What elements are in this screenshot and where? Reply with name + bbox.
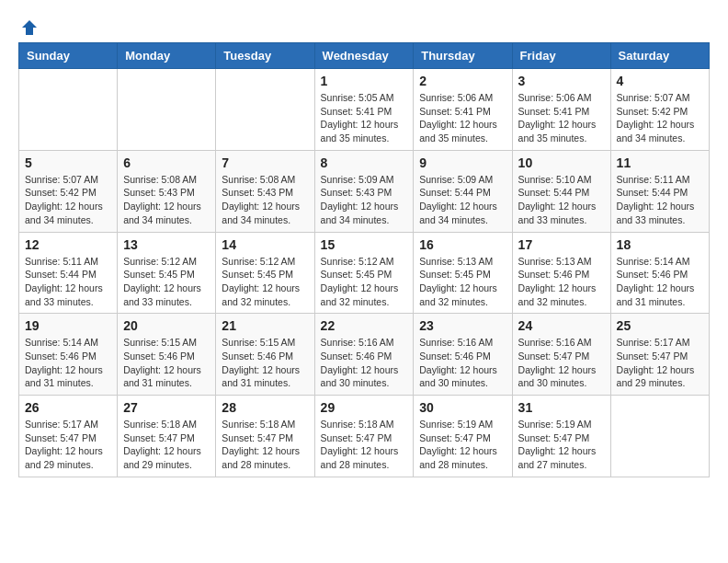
day-number: 16 [419,237,506,252]
day-info: Sunrise: 5:18 AM Sunset: 5:47 PM Dayligh… [321,418,408,472]
calendar-cell: 29Sunrise: 5:18 AM Sunset: 5:47 PM Dayli… [314,396,414,477]
weekday-header-row: SundayMondayTuesdayWednesdayThursdayFrid… [19,43,710,69]
day-info: Sunrise: 5:05 AM Sunset: 5:41 PM Dayligh… [321,91,408,145]
day-info: Sunrise: 5:08 AM Sunset: 5:43 PM Dayligh… [123,173,210,227]
day-number: 23 [419,318,506,333]
day-info: Sunrise: 5:19 AM Sunset: 5:47 PM Dayligh… [419,418,506,472]
weekday-header-monday: Monday [118,43,216,69]
day-number: 8 [321,155,408,170]
day-number: 14 [222,237,308,252]
day-number: 18 [617,237,703,252]
logo [18,18,39,33]
day-number: 2 [419,74,506,88]
calendar-cell: 26Sunrise: 5:17 AM Sunset: 5:47 PM Dayli… [19,396,118,477]
day-info: Sunrise: 5:12 AM Sunset: 5:45 PM Dayligh… [222,255,308,309]
day-number: 6 [123,155,210,170]
header [18,18,710,33]
day-info: Sunrise: 5:18 AM Sunset: 5:47 PM Dayligh… [222,418,308,472]
day-number: 31 [518,400,605,415]
day-number: 26 [25,400,111,415]
calendar-cell: 27Sunrise: 5:18 AM Sunset: 5:47 PM Dayli… [118,396,216,477]
day-number: 1 [321,74,408,88]
day-info: Sunrise: 5:15 AM Sunset: 5:46 PM Dayligh… [123,336,210,390]
calendar-cell: 30Sunrise: 5:19 AM Sunset: 5:47 PM Dayli… [414,396,512,477]
calendar-cell: 23Sunrise: 5:16 AM Sunset: 5:46 PM Dayli… [414,314,512,396]
calendar-cell [118,69,216,151]
calendar-week-5: 26Sunrise: 5:17 AM Sunset: 5:47 PM Dayli… [19,396,710,477]
day-info: Sunrise: 5:07 AM Sunset: 5:42 PM Dayligh… [25,173,111,227]
day-info: Sunrise: 5:07 AM Sunset: 5:42 PM Dayligh… [617,91,703,145]
day-info: Sunrise: 5:17 AM Sunset: 5:47 PM Dayligh… [25,418,111,472]
day-number: 24 [518,318,605,333]
day-number: 28 [222,400,308,415]
day-number: 15 [321,237,408,252]
calendar-week-4: 19Sunrise: 5:14 AM Sunset: 5:46 PM Dayli… [19,314,710,396]
day-info: Sunrise: 5:18 AM Sunset: 5:47 PM Dayligh… [123,418,210,472]
day-info: Sunrise: 5:13 AM Sunset: 5:46 PM Dayligh… [518,255,605,309]
day-number: 13 [123,237,210,252]
calendar: SundayMondayTuesdayWednesdayThursdayFrid… [18,42,710,477]
calendar-cell: 13Sunrise: 5:12 AM Sunset: 5:45 PM Dayli… [118,232,216,314]
calendar-cell: 5Sunrise: 5:07 AM Sunset: 5:42 PM Daylig… [19,150,118,232]
calendar-cell: 17Sunrise: 5:13 AM Sunset: 5:46 PM Dayli… [512,232,610,314]
day-info: Sunrise: 5:15 AM Sunset: 5:46 PM Dayligh… [222,336,308,390]
day-number: 5 [25,155,111,170]
day-number: 29 [321,400,408,415]
calendar-cell: 1Sunrise: 5:05 AM Sunset: 5:41 PM Daylig… [314,69,414,151]
weekday-header-wednesday: Wednesday [314,43,414,69]
day-info: Sunrise: 5:14 AM Sunset: 5:46 PM Dayligh… [25,336,111,390]
day-number: 20 [123,318,210,333]
day-number: 21 [222,318,308,333]
day-info: Sunrise: 5:10 AM Sunset: 5:44 PM Dayligh… [518,173,605,227]
day-info: Sunrise: 5:13 AM Sunset: 5:45 PM Dayligh… [419,255,506,309]
calendar-cell: 22Sunrise: 5:16 AM Sunset: 5:46 PM Dayli… [314,314,414,396]
day-info: Sunrise: 5:14 AM Sunset: 5:46 PM Dayligh… [617,255,703,309]
calendar-cell: 31Sunrise: 5:19 AM Sunset: 5:47 PM Dayli… [512,396,610,477]
calendar-week-2: 5Sunrise: 5:07 AM Sunset: 5:42 PM Daylig… [19,150,710,232]
calendar-cell: 21Sunrise: 5:15 AM Sunset: 5:46 PM Dayli… [216,314,314,396]
weekday-header-sunday: Sunday [19,43,118,69]
day-info: Sunrise: 5:08 AM Sunset: 5:43 PM Dayligh… [222,173,308,227]
calendar-cell: 10Sunrise: 5:10 AM Sunset: 5:44 PM Dayli… [512,150,610,232]
day-number: 17 [518,237,605,252]
day-info: Sunrise: 5:06 AM Sunset: 5:41 PM Dayligh… [518,91,605,145]
day-info: Sunrise: 5:11 AM Sunset: 5:44 PM Dayligh… [617,173,703,227]
calendar-cell: 7Sunrise: 5:08 AM Sunset: 5:43 PM Daylig… [216,150,314,232]
calendar-cell: 14Sunrise: 5:12 AM Sunset: 5:45 PM Dayli… [216,232,314,314]
day-info: Sunrise: 5:12 AM Sunset: 5:45 PM Dayligh… [123,255,210,309]
day-number: 30 [419,400,506,415]
day-info: Sunrise: 5:09 AM Sunset: 5:44 PM Dayligh… [419,173,506,227]
calendar-cell: 18Sunrise: 5:14 AM Sunset: 5:46 PM Dayli… [610,232,709,314]
day-number: 12 [25,237,111,252]
day-number: 4 [617,74,703,88]
calendar-cell: 15Sunrise: 5:12 AM Sunset: 5:45 PM Dayli… [314,232,414,314]
calendar-cell: 19Sunrise: 5:14 AM Sunset: 5:46 PM Dayli… [19,314,118,396]
calendar-cell: 20Sunrise: 5:15 AM Sunset: 5:46 PM Dayli… [118,314,216,396]
calendar-cell: 11Sunrise: 5:11 AM Sunset: 5:44 PM Dayli… [610,150,709,232]
calendar-cell: 4Sunrise: 5:07 AM Sunset: 5:42 PM Daylig… [610,69,709,151]
day-number: 3 [518,74,605,88]
day-info: Sunrise: 5:12 AM Sunset: 5:45 PM Dayligh… [321,255,408,309]
logo-icon [20,18,39,37]
calendar-cell: 8Sunrise: 5:09 AM Sunset: 5:43 PM Daylig… [314,150,414,232]
svg-marker-0 [22,20,37,35]
day-number: 27 [123,400,210,415]
weekday-header-friday: Friday [512,43,610,69]
calendar-cell [610,396,709,477]
calendar-cell: 12Sunrise: 5:11 AM Sunset: 5:44 PM Dayli… [19,232,118,314]
weekday-header-tuesday: Tuesday [216,43,314,69]
day-info: Sunrise: 5:16 AM Sunset: 5:46 PM Dayligh… [321,336,408,390]
day-number: 19 [25,318,111,333]
day-number: 22 [321,318,408,333]
calendar-cell: 3Sunrise: 5:06 AM Sunset: 5:41 PM Daylig… [512,69,610,151]
calendar-cell: 6Sunrise: 5:08 AM Sunset: 5:43 PM Daylig… [118,150,216,232]
day-info: Sunrise: 5:11 AM Sunset: 5:44 PM Dayligh… [25,255,111,309]
calendar-cell: 28Sunrise: 5:18 AM Sunset: 5:47 PM Dayli… [216,396,314,477]
calendar-cell: 25Sunrise: 5:17 AM Sunset: 5:47 PM Dayli… [610,314,709,396]
calendar-cell: 24Sunrise: 5:16 AM Sunset: 5:47 PM Dayli… [512,314,610,396]
weekday-header-saturday: Saturday [610,43,709,69]
day-number: 10 [518,155,605,170]
calendar-cell [216,69,314,151]
day-info: Sunrise: 5:16 AM Sunset: 5:47 PM Dayligh… [518,336,605,390]
day-info: Sunrise: 5:09 AM Sunset: 5:43 PM Dayligh… [321,173,408,227]
